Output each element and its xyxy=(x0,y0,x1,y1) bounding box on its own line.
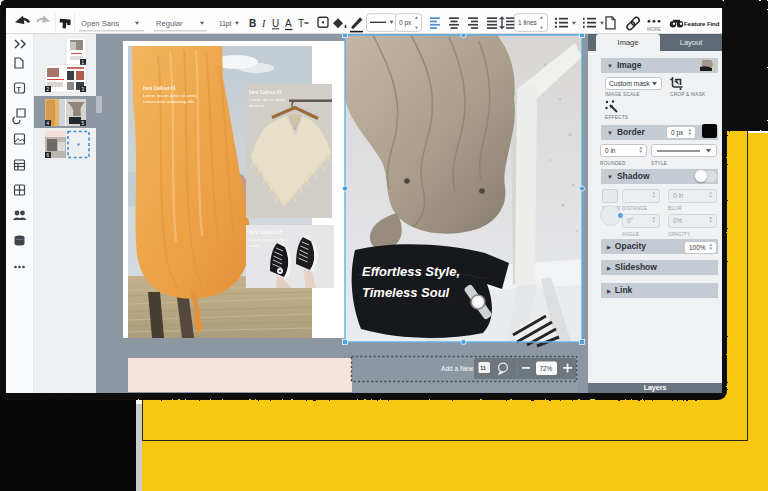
svg-text:T: T xyxy=(17,86,22,93)
svg-text:Feature Find: Feature Find xyxy=(684,20,720,27)
svg-text:11pt: 11pt xyxy=(219,20,232,28)
svg-text:Item Callout #2: Item Callout #2 xyxy=(249,90,282,95)
svg-text:72%: 72% xyxy=(540,365,553,372)
svg-text:B: B xyxy=(249,18,256,29)
svg-text:Timeless Soul: Timeless Soul xyxy=(362,285,450,300)
svg-text:T: T xyxy=(298,18,304,29)
svg-text:Open Sans: Open Sans xyxy=(81,19,119,28)
svg-text:0 px: 0 px xyxy=(399,19,412,27)
svg-text:MORE: MORE xyxy=(647,27,661,32)
svg-text:Effortless Style,: Effortless Style, xyxy=(362,264,460,279)
svg-text:Lorem ipsum dolor sit: Lorem ipsum dolor sit xyxy=(249,237,292,242)
svg-text:amet.: amet. xyxy=(249,243,260,248)
svg-text:U: U xyxy=(272,18,279,29)
svg-text:1 lines: 1 lines xyxy=(518,19,538,26)
svg-text:Item Callout #3: Item Callout #3 xyxy=(249,230,282,235)
svg-text:Lorem ipsum dolor sit amet,: Lorem ipsum dolor sit amet, xyxy=(143,93,197,98)
svg-text:consectetur adipiscing elit.: consectetur adipiscing elit. xyxy=(143,99,195,104)
svg-text:Item Callout #1: Item Callout #1 xyxy=(143,86,176,91)
svg-text:11: 11 xyxy=(480,365,486,371)
svg-text:Regular: Regular xyxy=(156,19,183,28)
svg-text:I: I xyxy=(261,18,266,29)
svg-text:A: A xyxy=(285,18,292,29)
svg-text:Lorem ipsum dolor: Lorem ipsum dolor xyxy=(249,97,286,102)
svg-text:sit amet.: sit amet. xyxy=(249,103,266,108)
